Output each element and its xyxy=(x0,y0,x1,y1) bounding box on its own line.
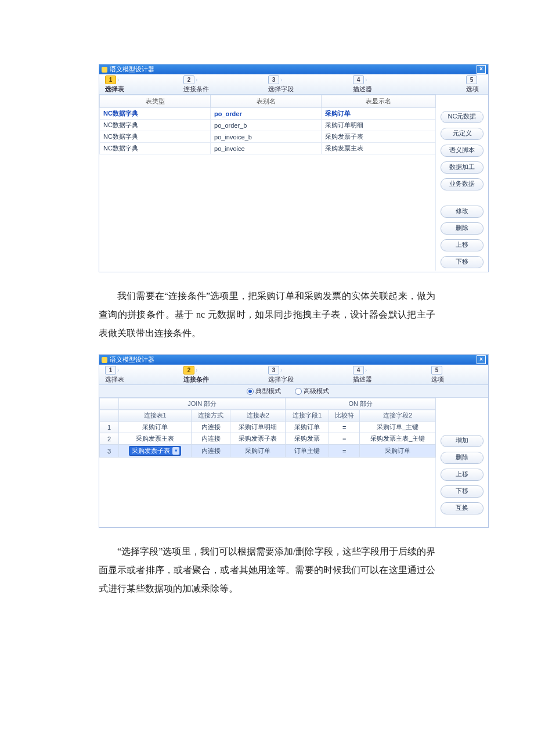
close-icon[interactable]: × xyxy=(477,355,486,364)
delete-button[interactable]: 删除 xyxy=(441,452,484,464)
table-row[interactable]: NC数据字典 po_invoice 采购发票主表 xyxy=(100,143,436,154)
radio-on-icon xyxy=(247,388,254,395)
table1-combo[interactable]: 采购发票子表▾ xyxy=(119,445,192,458)
move-up-button[interactable]: 上移 xyxy=(441,469,484,481)
group-on: ON 部分 xyxy=(286,398,436,410)
mode-bar: 典型模式 高级模式 xyxy=(99,385,488,398)
table-row[interactable]: NC数据字典 po_order 采购订单 xyxy=(100,108,436,120)
designer-window-2: 语义模型设计器 × 1› 选择表 2› 连接条件 3› 选择字段 4› 描述器 xyxy=(99,354,489,528)
body-paragraph-2: “选择字段”选项里，我们可以根据需要添加/删除字段，这些字段用于后续的界面显示或… xyxy=(99,542,435,598)
close-icon[interactable]: × xyxy=(477,65,486,74)
step-3[interactable]: 3› 选择字段 xyxy=(265,365,297,384)
step-1[interactable]: 1› 选择表 xyxy=(102,365,128,384)
add-button[interactable]: 增加 xyxy=(441,435,484,447)
side-buttons: 增加 删除 上移 下移 互换 xyxy=(436,398,488,527)
step-1[interactable]: 1› 选择表 xyxy=(102,74,128,94)
chevron-down-icon: ▾ xyxy=(172,447,179,455)
chevron-right-icon: › xyxy=(196,77,197,83)
window-title: 语义模型设计器 xyxy=(110,356,154,363)
col-t2: 连接表2 xyxy=(230,410,286,422)
delete-button[interactable]: 删除 xyxy=(441,222,484,235)
join-row[interactable]: 1 采购订单 内连接 采购订单明细 采购订单 = 采购订单_主键 xyxy=(100,422,436,433)
col-display: 表显示名 xyxy=(322,95,436,108)
edit-button[interactable]: 修改 xyxy=(441,206,484,218)
swap-button[interactable]: 互换 xyxy=(441,502,484,514)
join-grid[interactable]: JOIN 部分 ON 部分 连接表1 连接方式 连接表2 连接字段1 比较符 连… xyxy=(99,398,436,458)
meta-def-button[interactable]: 元定义 xyxy=(441,128,484,140)
mode-advanced-radio[interactable]: 高级模式 xyxy=(295,387,341,394)
step-3[interactable]: 3› 选择字段 xyxy=(265,74,297,94)
col-type: 表类型 xyxy=(100,95,211,108)
step-2[interactable]: 2› 连接条件 xyxy=(180,74,212,94)
step-2[interactable]: 2› 连接条件 xyxy=(180,365,212,384)
side-buttons: NC元数据 元定义 语义脚本 数据加工 业务数据 修改 删除 上移 下移 xyxy=(436,95,488,272)
app-icon xyxy=(102,67,107,73)
data-process-button[interactable]: 数据加工 xyxy=(441,161,484,174)
col-f2: 连接字段2 xyxy=(360,410,436,422)
step-5[interactable]: 5 选项 xyxy=(463,74,482,94)
join-row[interactable]: 3 采购发票子表▾ 内连接 采购订单 订单主键 = 采购订单 xyxy=(100,445,436,458)
window-title: 语义模型设计器 xyxy=(110,66,154,73)
chevron-right-icon: › xyxy=(280,367,282,373)
chevron-right-icon: › xyxy=(196,367,197,373)
chevron-right-icon: › xyxy=(117,367,119,373)
chevron-right-icon: › xyxy=(280,77,282,83)
table-row[interactable]: NC数据字典 po_order_b 采购订单明细 xyxy=(100,120,436,131)
designer-window-1: 语义模型设计器 × 1› 选择表 2› 连接条件 3› 选择字段 4› 描述器 xyxy=(99,64,489,272)
chevron-right-icon: › xyxy=(117,77,119,83)
chevron-right-icon: › xyxy=(365,77,367,83)
table-row[interactable]: NC数据字典 po_invoice_b 采购发票子表 xyxy=(100,131,436,143)
group-join: JOIN 部分 xyxy=(119,398,286,410)
wizard-steps: 1› 选择表 2› 连接条件 3› 选择字段 4› 描述器 5 选项 xyxy=(99,74,488,95)
step-4[interactable]: 4› 描述器 xyxy=(349,74,376,94)
col-t1: 连接表1 xyxy=(119,410,192,422)
step-4[interactable]: 4› 描述器 xyxy=(349,365,376,384)
col-alias: 表别名 xyxy=(211,95,322,108)
col-mth: 连接方式 xyxy=(192,410,230,422)
step-5[interactable]: 5 选项 xyxy=(428,365,448,384)
app-icon xyxy=(102,357,107,363)
col-f1: 连接字段1 xyxy=(286,410,329,422)
join-row[interactable]: 2 采购发票主表 内连接 采购发票子表 采购发票 = 采购发票主表_主键 xyxy=(100,433,436,445)
mode-typical-radio[interactable]: 典型模式 xyxy=(247,387,293,394)
titlebar: 语义模型设计器 × xyxy=(99,355,488,365)
table-area: 表类型 表别名 表显示名 NC数据字典 po_order 采购订单 NC数据字典 xyxy=(99,95,436,272)
move-down-button[interactable]: 下移 xyxy=(441,485,484,498)
wizard-steps: 1› 选择表 2› 连接条件 3› 选择字段 4› 描述器 5 选项 xyxy=(99,365,488,385)
col-op: 比较符 xyxy=(329,410,360,422)
business-data-button[interactable]: 业务数据 xyxy=(441,178,484,190)
move-down-button[interactable]: 下移 xyxy=(441,256,484,268)
nc-metadata-button[interactable]: NC元数据 xyxy=(441,111,484,123)
move-up-button[interactable]: 上移 xyxy=(441,239,484,251)
selected-tables-grid[interactable]: 表类型 表别名 表显示名 NC数据字典 po_order 采购订单 NC数据字典 xyxy=(99,95,436,154)
radio-off-icon xyxy=(295,388,302,395)
titlebar: 语义模型设计器 × xyxy=(99,64,488,74)
semantic-script-button[interactable]: 语义脚本 xyxy=(441,145,484,157)
body-paragraph-1: 我们需要在“连接条件”选项里，把采购订单和采购发票的实体关联起来，做为查询的拼接… xyxy=(99,287,435,343)
chevron-right-icon: › xyxy=(365,367,367,373)
